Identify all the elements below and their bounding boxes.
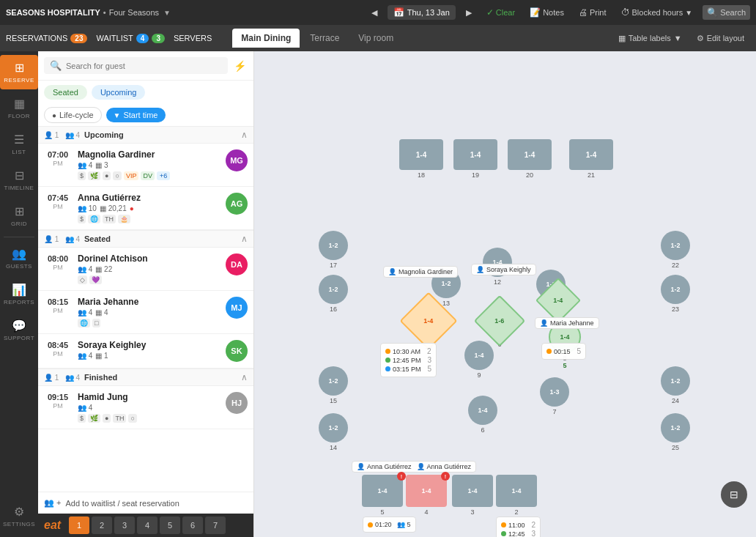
time-info-box-2: 00:15 5: [541, 343, 586, 360]
table-7[interactable]: 1-3 7: [540, 377, 569, 415]
print-icon: 🖨: [579, 7, 588, 18]
res-item-anna[interactable]: 07:45 PM Anna Gutiérrez 👥 10 ▦ 20,21 ● $…: [38, 187, 253, 230]
res-item-magnolia[interactable]: 07:00 PM Magnolia Gardiner 👥 4 ▦ 3 $ 🌿 ●…: [38, 144, 253, 187]
table-3[interactable]: 1-4 3: [452, 475, 493, 516]
upcoming-collapse-btn[interactable]: ∧: [241, 130, 248, 140]
search-box[interactable]: 🔍: [44, 57, 228, 74]
next-date-btn[interactable]: ▶: [462, 6, 476, 20]
sidebar-item-list[interactable]: ☰ LIST: [0, 127, 38, 161]
table-5[interactable]: 1-4 ! 5: [362, 475, 403, 516]
res-name: Dorinel Atchison: [78, 253, 220, 264]
sidebar-item-floor[interactable]: ▦ FLOOR: [0, 91, 38, 125]
tab-main-dining[interactable]: Main Dining: [232, 29, 300, 48]
clear-btn[interactable]: ✓ Clear: [482, 5, 519, 20]
page-7-btn[interactable]: 7: [205, 516, 226, 534]
search-icon: 🔍: [707, 7, 718, 18]
table-16[interactable]: 1-2 16: [319, 275, 348, 313]
blocked-hours-btn[interactable]: ⏱ Blocked hours ▼: [617, 5, 697, 20]
sidebar-item-guests[interactable]: 👥 GUESTS: [0, 241, 38, 275]
time-dot-orange: [385, 349, 390, 354]
res-name: Maria Jehanne: [78, 297, 220, 307]
table-14[interactable]: 1-2 14: [319, 413, 348, 451]
seated-collapse-btn[interactable]: ∧: [241, 234, 248, 244]
brand-dot: •: [103, 8, 106, 17]
res-meta: 👥 4 ▦ 1: [78, 352, 220, 360]
time-dot-orange-2: [546, 349, 552, 354]
table-4[interactable]: 1-4 ! 4: [406, 475, 447, 516]
seated-tab[interactable]: Seated: [44, 85, 87, 100]
page-1-btn[interactable]: 1: [69, 516, 89, 534]
date-btn[interactable]: 📅 Thu, 13 Jan: [388, 5, 456, 20]
floor-action-btn[interactable]: ⊟: [721, 481, 747, 508]
tab-terrace[interactable]: Terrace: [301, 29, 348, 48]
guests-icon-sm: 👥: [397, 521, 405, 528]
table-20[interactable]: 1-4 20: [508, 139, 552, 179]
res-item-dorinel[interactable]: 08:00 PM Dorinel Atchison 👥 4 ▦ 22 ◇ 💜 D…: [38, 248, 253, 291]
table-23[interactable]: 1-2 23: [661, 275, 690, 313]
notes-icon: 📝: [530, 7, 541, 18]
person-icon: 👤: [357, 463, 365, 470]
lifecycle-btn[interactable]: ● Life-cycle: [44, 107, 102, 123]
sidebar-item-settings[interactable]: ⚙ SETTINGS: [0, 499, 38, 533]
table-15[interactable]: 1-2 15: [319, 366, 348, 404]
page-6-btn[interactable]: 6: [182, 516, 203, 534]
edit-layout-btn[interactable]: ⚙ Edit layout: [691, 31, 750, 46]
res-name: Soraya Keighley: [78, 340, 220, 350]
tab-vip-room[interactable]: Vip room: [349, 29, 402, 48]
search-btn[interactable]: 🔍 Search: [703, 5, 750, 20]
floor-icon: ▦: [14, 97, 25, 111]
notes-btn[interactable]: 📝 Notes: [525, 5, 568, 20]
table-25[interactable]: 1-2 25: [661, 413, 690, 451]
waitlist-label: WAITLIST: [96, 34, 133, 42]
res-body: Magnolia Gardiner 👥 4 ▦ 3 $ 🌿 ● ○ VIP DV…: [78, 149, 220, 180]
page-4-btn[interactable]: 4: [137, 516, 158, 534]
start-time-btn[interactable]: ▼ Start time: [106, 108, 166, 122]
reservations-badge: RESERVATIONS 23: [6, 34, 87, 43]
table-17[interactable]: 1-2 17: [319, 231, 348, 269]
sidebar-item-reports[interactable]: 📊 Reports: [0, 277, 38, 311]
res-name: Hamid Jung: [78, 392, 220, 402]
avatar-magnolia: MG: [226, 149, 248, 171]
table-22[interactable]: 1-2 22: [661, 231, 690, 269]
prev-date-btn[interactable]: ◀: [367, 6, 382, 20]
sidebar-item-support[interactable]: 💬 SUPPORT: [0, 313, 38, 347]
add-waitlist-btn[interactable]: 👥 + Add to waitlist / seat reservation: [38, 492, 253, 514]
chevron-down-icon: ▼: [674, 34, 682, 42]
res-item-hamid[interactable]: 09:15 PM Hamid Jung 👥 4 $ 🌿 ● TH ○: [38, 386, 253, 429]
list-icon: ☰: [14, 133, 24, 147]
table-21[interactable]: 1-4 21: [569, 139, 613, 179]
table-6b[interactable]: 1-6 6: [481, 303, 518, 348]
sidebar-item-timeline[interactable]: ⊟ TIMELINE: [0, 163, 38, 197]
page-3-btn[interactable]: 3: [114, 516, 135, 534]
res-item-soraya[interactable]: 08:45 PM Soraya Keighley 👥 4 ▦ 1 SK: [38, 334, 253, 369]
lifecycle-icon: ●: [52, 111, 56, 119]
table-12[interactable]: 1-4 12: [483, 248, 512, 286]
filter-btn[interactable]: ⚡: [232, 59, 248, 73]
search-input[interactable]: [66, 62, 222, 70]
servers-label: SERVERS: [174, 34, 212, 42]
page-5-btn[interactable]: 5: [160, 516, 180, 534]
upcoming-section-header: 👤 1 👥 4 Upcoming ∧: [38, 126, 253, 144]
eat-logo: eat: [44, 519, 61, 532]
table-2[interactable]: 1-4 2: [496, 475, 537, 516]
table-labels-btn[interactable]: ▦ Table labels ▼: [618, 34, 682, 43]
res-time: 08:00 PM: [44, 253, 72, 284]
sidebar-item-grid[interactable]: ⊞ GRID: [0, 199, 38, 233]
table-19[interactable]: 1-4 19: [453, 139, 497, 179]
top-nav: SEASONS HOSPITALITY • Four Seasons ▼ ◀ 📅…: [0, 0, 756, 25]
finished-collapse-btn[interactable]: ∧: [241, 372, 248, 382]
res-item-maria[interactable]: 08:15 PM Maria Jehanne 👥 4 ▦ 4 🌐 □ MJ: [38, 291, 253, 334]
table-11b-diamond[interactable]: 1-4: [542, 284, 574, 316]
table-6[interactable]: 1-4 6: [468, 396, 497, 434]
upcoming-tab[interactable]: Upcoming: [92, 85, 146, 100]
person2-icon: 👤: [417, 463, 425, 470]
page-2-btn[interactable]: 2: [92, 516, 112, 534]
table-24[interactable]: 1-2 24: [661, 366, 690, 404]
area-tabs: Main Dining Terrace Vip room: [232, 29, 402, 48]
sidebar-item-reserve[interactable]: ⊞ RESERVE: [0, 55, 38, 89]
res-time: 08:45 PM: [44, 340, 72, 362]
reports-icon: 📊: [12, 283, 26, 297]
table-18[interactable]: 1-4 18: [399, 139, 443, 179]
res-body: Hamid Jung 👥 4 $ 🌿 ● TH ○: [78, 392, 220, 423]
print-btn[interactable]: 🖨 Print: [574, 5, 611, 20]
